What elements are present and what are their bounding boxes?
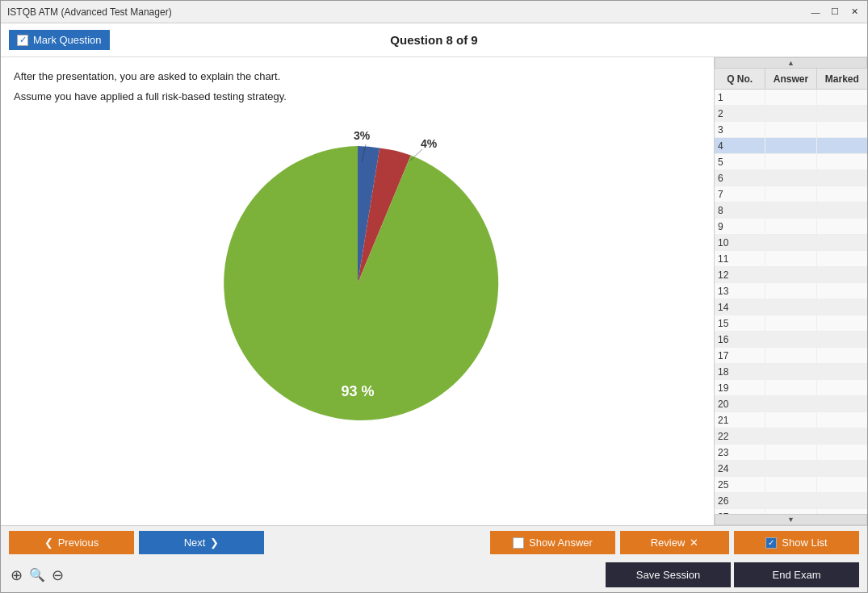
- sidebar-list[interactable]: 1234567891011121314151617181920212223242…: [715, 90, 867, 514]
- sidebar-cell-marked: [817, 493, 867, 508]
- sidebar-row[interactable]: 13: [715, 283, 867, 299]
- mark-question-button[interactable]: Mark Question: [9, 30, 110, 50]
- sidebar-row[interactable]: 20: [715, 396, 867, 412]
- sidebar-cell-answer: [765, 219, 816, 234]
- end-exam-button[interactable]: End Exam: [734, 562, 859, 587]
- sidebar-cell-marked: [817, 315, 867, 331]
- show-list-button[interactable]: Show List: [734, 531, 859, 554]
- sidebar-cell-marked: [817, 186, 867, 202]
- sidebar-scroll-up[interactable]: ▲: [715, 57, 867, 69]
- sidebar-row[interactable]: 4: [715, 138, 867, 154]
- window-controls: — ☐ ✕: [809, 6, 861, 19]
- show-answer-button[interactable]: Show Answer: [490, 531, 615, 554]
- sidebar-cell-marked: [817, 106, 867, 121]
- sidebar-row[interactable]: 6: [715, 170, 867, 186]
- sidebar-row[interactable]: 21: [715, 412, 867, 428]
- review-x-icon: ✕: [690, 537, 698, 549]
- sidebar-row[interactable]: 2: [715, 106, 867, 122]
- next-label: Next: [184, 537, 206, 549]
- sidebar-cell-qno: 12: [715, 267, 765, 282]
- question-title: Question 8 of 9: [390, 33, 477, 47]
- show-answer-label: Show Answer: [529, 537, 593, 549]
- sidebar-cell-marked: [817, 203, 867, 218]
- sidebar-cell-answer: [765, 332, 816, 347]
- sidebar-cell-marked: [817, 461, 867, 476]
- previous-button[interactable]: ❮ Previous: [9, 531, 134, 554]
- sidebar-cell-qno: 18: [715, 364, 765, 379]
- bottom-row2-right: Save Session End Exam: [606, 562, 859, 587]
- sidebar-row[interactable]: 3: [715, 122, 867, 138]
- question-area: After the presentation, you are asked to…: [1, 57, 714, 525]
- chart-label-blue: 3%: [353, 129, 370, 142]
- sidebar-cell-answer: [765, 428, 816, 444]
- sidebar-cell-marked: [817, 477, 867, 492]
- next-button[interactable]: Next ❯: [139, 531, 264, 554]
- zoom-in-button[interactable]: ⊕: [9, 566, 24, 584]
- sidebar-header: Q No. Answer Marked: [715, 69, 867, 90]
- zoom-normal-button[interactable]: 🔍: [27, 567, 47, 583]
- sidebar-row[interactable]: 22: [715, 428, 867, 445]
- sidebar-cell-marked: [817, 348, 867, 363]
- sidebar-cell-marked: [817, 412, 867, 428]
- toolbar: Mark Question Question 8 of 9: [1, 23, 867, 57]
- sidebar-row[interactable]: 7: [715, 186, 867, 203]
- sidebar-row[interactable]: 17: [715, 348, 867, 364]
- sidebar-cell-marked: [817, 445, 867, 460]
- window-title: ISTQB ATM (Advanced Test Manager): [7, 6, 172, 18]
- close-button[interactable]: ✕: [848, 6, 861, 19]
- sidebar-cell-qno: 15: [715, 315, 765, 331]
- review-button[interactable]: Review ✕: [620, 531, 729, 554]
- sidebar-cell-qno: 6: [715, 170, 765, 186]
- sidebar-cell-answer: [765, 299, 816, 315]
- sidebar-cell-qno: 9: [715, 219, 765, 234]
- sidebar-row[interactable]: 10: [715, 235, 867, 251]
- sidebar-cell-marked: [817, 251, 867, 266]
- sidebar-cell-qno: 2: [715, 106, 765, 121]
- zoom-out-button[interactable]: ⊖: [50, 566, 65, 584]
- mark-checkbox-icon: [17, 35, 28, 46]
- sidebar-row[interactable]: 23: [715, 445, 867, 461]
- sidebar-cell-answer: [765, 380, 816, 395]
- sidebar-row[interactable]: 19: [715, 380, 867, 396]
- sidebar-cell-marked: [817, 283, 867, 299]
- sidebar-cell-qno: 17: [715, 348, 765, 363]
- sidebar-row[interactable]: 5: [715, 154, 867, 170]
- sidebar-row[interactable]: 1: [715, 90, 867, 106]
- sidebar-cell-marked: [817, 219, 867, 234]
- sidebar-row[interactable]: 16: [715, 332, 867, 348]
- sidebar-cell-answer: [765, 493, 816, 508]
- sidebar-row[interactable]: 26: [715, 493, 867, 509]
- sidebar-cell-answer: [765, 186, 816, 202]
- save-session-button[interactable]: Save Session: [606, 562, 731, 587]
- sidebar-row[interactable]: 12: [715, 267, 867, 283]
- chart-container: 3% 4% 93 %: [14, 114, 701, 453]
- show-list-checkbox-icon: [765, 537, 777, 549]
- sidebar-cell-answer: [765, 445, 816, 460]
- sidebar-scroll-down[interactable]: ▼: [715, 514, 867, 525]
- sidebar-cell-answer: [765, 90, 816, 105]
- sidebar-col-answer: Answer: [765, 69, 816, 89]
- sidebar-cell-qno: 25: [715, 477, 765, 492]
- minimize-button[interactable]: —: [809, 6, 822, 19]
- pie-chart: 3% 4% 93 %: [188, 114, 527, 453]
- sidebar-row[interactable]: 25: [715, 477, 867, 493]
- bottom-bar-row2: ⊕ 🔍 ⊖ Save Session End Exam: [1, 559, 867, 592]
- maximize-button[interactable]: ☐: [828, 6, 841, 19]
- sidebar-row[interactable]: 11: [715, 251, 867, 267]
- sidebar-row[interactable]: 14: [715, 299, 867, 315]
- sidebar-cell-marked: [817, 267, 867, 282]
- sidebar-cell-qno: 7: [715, 186, 765, 202]
- sidebar-cell-qno: 16: [715, 332, 765, 347]
- sidebar-cell-qno: 1: [715, 90, 765, 105]
- sidebar-cell-answer: [765, 122, 816, 137]
- sidebar-row[interactable]: 8: [715, 203, 867, 219]
- sidebar-row[interactable]: 9: [715, 219, 867, 235]
- sidebar-cell-marked: [817, 154, 867, 169]
- sidebar-cell-qno: 3: [715, 122, 765, 137]
- sidebar-cell-qno: 20: [715, 396, 765, 411]
- sidebar-row[interactable]: 15: [715, 315, 867, 332]
- sidebar-cell-qno: 10: [715, 235, 765, 250]
- sidebar-row[interactable]: 24: [715, 461, 867, 477]
- sidebar-row[interactable]: 18: [715, 364, 867, 380]
- show-answer-checkbox-icon: [513, 537, 524, 549]
